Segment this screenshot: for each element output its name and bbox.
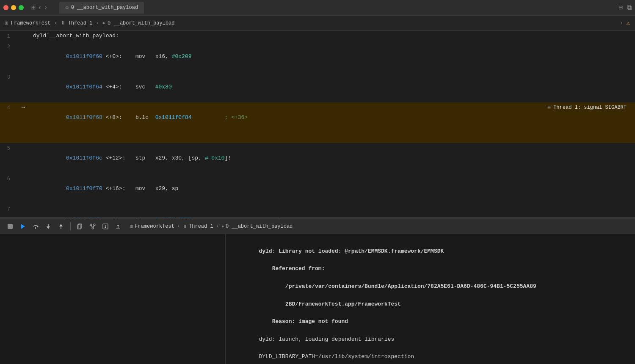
signal-text: Thread 1: signal SIGABRT — [553, 102, 627, 113]
console-line1: dyld: Library not loaded: @rpath/EMMSDK.… — [259, 248, 444, 254]
upload-button[interactable] — [113, 221, 123, 232]
back-icon[interactable]: ‹ — [38, 4, 41, 11]
line-number: 3 — [0, 72, 17, 102]
maximize-button[interactable] — [19, 5, 24, 10]
warning-icon: ⚠ — [627, 19, 630, 27]
title-bar-left: ⊞ ‹ › ⚙ 0 __abort_with_payload — [3, 2, 144, 14]
line-number: 5 — [0, 143, 17, 174]
tab-abort-payload[interactable]: ⚙ 0 __abort_with_payload — [59, 2, 144, 14]
framework-grid-icon: ⊞ — [5, 20, 8, 27]
console-line5: Reason: image not found — [259, 318, 348, 325]
bottom-breadcrumb-thread[interactable]: Thread 1 — [189, 223, 213, 229]
table-row: 5 0x1011f0f6c <+12>: stp x29, x30, [sp, … — [0, 143, 635, 174]
breadcrumb-bar: ⊞ FrameworkTest › ⏸ Thread 1 › ● 0 __abo… — [0, 16, 635, 31]
signal-icon: ≡ — [547, 102, 551, 113]
table-row: 4 → 0x1011f0f68 <+8>: b.lo 0x1011f0f84 ;… — [0, 102, 635, 143]
forward-icon[interactable]: › — [44, 4, 47, 11]
line-content: 0x1011f0f68 <+8>: b.lo 0x1011f0f84 ; <+3… — [30, 102, 635, 143]
svg-rect-9 — [77, 225, 81, 229]
line-number: 4 — [0, 102, 17, 143]
bottom-breadcrumb-func[interactable]: 0 __abort_with_payload — [226, 223, 293, 229]
func-icon-bottom: ● — [221, 224, 224, 229]
bottom-right-panel: dyld: Library not loaded: @rpath/EMMSDK.… — [226, 234, 635, 364]
editor-area: 1 dyld`__abort_with_payload: 2 0x1011f0f… — [0, 31, 635, 217]
line-number: 6 — [0, 174, 17, 204]
svg-marker-7 — [59, 224, 63, 226]
console-line2: Referenced from: — [259, 265, 325, 272]
line-arrow: → — [17, 102, 30, 143]
line-content: 0x1011f0f6c <+12>: stp x29, x30, [sp, #-… — [30, 143, 635, 174]
bottom-breadcrumb: ⊞ FrameworkTest › ⏸ Thread 1 › ● 0 __abo… — [130, 223, 293, 230]
copy-button[interactable] — [75, 221, 85, 232]
save-button[interactable] — [100, 221, 110, 232]
minimize-button[interactable] — [11, 5, 16, 10]
svg-line-14 — [93, 226, 94, 227]
console-text: dyld: Library not loaded: @rpath/EMMSDK.… — [232, 238, 628, 364]
line-number: 1 — [0, 31, 17, 41]
line-content: 0x1011f0f70 <+16>: mov x29, sp — [30, 174, 635, 204]
svg-point-11 — [94, 224, 95, 226]
play-button[interactable] — [18, 221, 28, 232]
svg-marker-17 — [104, 227, 107, 228]
func-icon: ● — [102, 21, 105, 26]
console-line7: DYLD_LIBRARY_PATH=/usr/lib/system/intros… — [259, 353, 414, 360]
table-row: 3 0x1011f0f64 <+4>: svc #0x80 — [0, 72, 635, 102]
svg-marker-1 — [21, 224, 25, 229]
bottom-breadcrumb-fw[interactable]: FrameworkTest — [135, 223, 174, 229]
bottom-toolbar: ⊞ FrameworkTest › ⏸ Thread 1 › ● 0 __abo… — [0, 219, 635, 234]
svg-point-12 — [92, 227, 94, 229]
toolbar-divider-1 — [70, 222, 71, 231]
breadcrumb-function[interactable]: 0 __abort_with_payload — [108, 20, 174, 26]
line-content: 0x1011f0f64 <+4>: svc #0x80 — [30, 72, 635, 102]
line-arrow — [17, 72, 30, 102]
tab-icon: ⚙ — [65, 5, 68, 11]
line-content: 0x1011f0f74 <+20>: bl 0x1011ef550 ; cerr… — [30, 204, 635, 217]
console-line3: /private/var/containers/Bundle/Applicati… — [259, 283, 536, 290]
signal-badge: ≡ Thread 1: signal SIGABRT — [547, 102, 627, 113]
title-bar: ⊞ ‹ › ⚙ 0 __abort_with_payload ⊟ ⧉ — [0, 0, 635, 16]
thread-icon: ⏸ — [61, 20, 66, 26]
line-arrow — [17, 143, 30, 174]
svg-line-13 — [91, 226, 93, 227]
bottom-left-panel — [0, 234, 226, 364]
svg-point-10 — [90, 224, 92, 226]
line-arrow — [17, 204, 30, 217]
close-button[interactable] — [3, 5, 8, 10]
split-icon[interactable]: ⧉ — [627, 4, 632, 12]
thread-icon-bottom: ⏸ — [182, 224, 187, 229]
line-content: 0x1011f0f60 <+0>: mov x16, #0x209 — [30, 41, 635, 72]
step-in-button[interactable] — [43, 221, 53, 232]
fw-icon-bottom: ⊞ — [130, 223, 133, 230]
tab-label: 0 __abort_with_payload — [71, 5, 138, 11]
line-content: dyld`__abort_with_payload: — [30, 31, 635, 41]
svg-marker-19 — [117, 225, 119, 226]
grid-icon: ⊞ — [31, 3, 36, 12]
breadcrumb-sep-2: › — [96, 20, 99, 26]
line-arrow — [17, 174, 30, 204]
breadcrumb-bar-right: ‹ ⚠ — [620, 19, 630, 27]
line-arrow — [17, 41, 30, 72]
breadcrumb-framework[interactable]: FrameworkTest — [11, 20, 51, 26]
line-number: 7 — [0, 204, 17, 217]
table-row: 7 0x1011f0f74 <+20>: bl 0x1011ef550 ; ce… — [0, 204, 635, 217]
svg-rect-0 — [8, 224, 13, 229]
layout-icon[interactable]: ⊟ — [618, 3, 623, 12]
table-row: 6 0x1011f0f70 <+16>: mov x29, sp — [0, 174, 635, 204]
breadcrumb-thread[interactable]: Thread 1 — [68, 20, 93, 26]
console-line6: dyld: launch, loading dependent librarie… — [259, 336, 394, 342]
stop-button[interactable] — [5, 221, 15, 232]
code-table: 1 dyld`__abort_with_payload: 2 0x1011f0f… — [0, 31, 635, 217]
table-row: 1 dyld`__abort_with_payload: — [0, 31, 635, 41]
nav-back-icon[interactable]: ‹ — [620, 20, 623, 26]
fork-button[interactable] — [88, 221, 98, 232]
console-output: dyld: Library not loaded: @rpath/EMMSDK.… — [226, 234, 635, 364]
svg-marker-2 — [37, 225, 39, 228]
line-number: 2 — [0, 41, 17, 72]
svg-marker-5 — [47, 226, 50, 229]
step-over-button[interactable] — [30, 221, 41, 232]
table-row: 2 0x1011f0f60 <+0>: mov x16, #0x209 — [0, 41, 635, 72]
breadcrumb-sep-1: › — [54, 20, 57, 26]
step-out-button[interactable] — [56, 221, 66, 232]
line-arrow — [17, 31, 30, 41]
bottom-pane: dyld: Library not loaded: @rpath/EMMSDK.… — [0, 234, 635, 364]
